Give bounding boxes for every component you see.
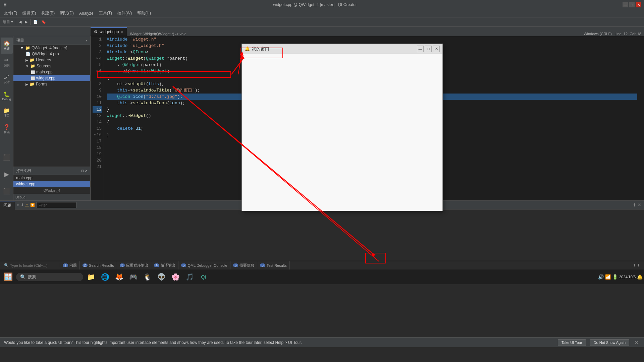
tree-widget-cpp[interactable]: ⬜ widget.cpp	[13, 75, 90, 81]
forms-folder-icon: 📁	[30, 82, 35, 86]
issues-toolbar-btn1[interactable]: ⬆	[16, 203, 19, 207]
toolbar-project[interactable]: 项目 ▾	[1, 18, 14, 26]
btab-app-output[interactable]: 3 应用程序输出	[117, 261, 152, 270]
take-ui-tour-button[interactable]: Take UI Tour	[558, 339, 586, 346]
btab-qml[interactable]: 5 QML Debugger Console	[178, 261, 230, 270]
issues-filter-btn[interactable]: 🔽	[30, 203, 35, 207]
left-sidebar: 🏠 欢迎 ✏ 编辑 🖋 设计 🐛 Debug 📁 项目 ❓ 帮助 ⬛ ▶ ⬛	[0, 36, 13, 200]
do-not-show-again-button[interactable]: Do Not Show Again	[590, 339, 629, 346]
sidebar-debug[interactable]: 🐛 Debug	[1, 88, 13, 104]
taskbar-alien-icon[interactable]: 👽	[155, 270, 168, 283]
taskbar-firefox-icon[interactable]: 🦊	[113, 270, 125, 283]
sidebar-design[interactable]: 🖋 设计	[1, 71, 13, 87]
btab-issues[interactable]: 1 问题	[60, 261, 80, 270]
locate-input[interactable]	[10, 263, 57, 267]
toolbar-separator-1	[16, 19, 16, 25]
taskbar-qq-icon[interactable]: 🐧	[141, 270, 154, 283]
taskbar-browser-icon[interactable]: 🌐	[99, 270, 111, 283]
sources-label: Sources	[37, 64, 51, 68]
headers-folder-icon: 📁	[30, 58, 35, 62]
sidebar-project[interactable]: 📁 项目	[1, 105, 13, 121]
popup-close-btn[interactable]: ✕	[433, 46, 440, 52]
main-toolbar: 项目 ▾ ◀ ▶ 📄 🔖	[0, 17, 644, 27]
toolbar-open-file[interactable]: 📄	[32, 18, 39, 26]
sidebar-bottom-icon2[interactable]: ▶	[1, 166, 13, 182]
tree-expand-icon: ▼	[20, 46, 24, 50]
sidebar-welcome[interactable]: 🏠 欢迎	[1, 38, 13, 54]
headers-label: Headers	[36, 58, 51, 62]
tree-headers-folder[interactable]: ▶ 📁 Headers	[13, 57, 90, 63]
taskbar-files-icon[interactable]: 📁	[85, 270, 97, 283]
popup-maximize-btn[interactable]: □	[425, 46, 432, 52]
taskbar-music-icon[interactable]: 🎵	[183, 270, 196, 283]
notification-close-icon[interactable]: ✕	[633, 340, 640, 345]
pro-file-label: QWidget_4.pro	[32, 52, 59, 56]
tab-close-icon[interactable]: ✕	[121, 30, 123, 34]
toolbar-nav-back[interactable]: ◀	[17, 18, 23, 26]
menu-debug[interactable]: 调试(D)	[57, 9, 76, 17]
notification-text: Would you like to take a quick UI tour? …	[4, 340, 554, 345]
taskbar-flower-icon[interactable]: 🌸	[169, 270, 182, 283]
bottom-panel-handle: QWidget_4	[43, 189, 60, 192]
tree-pro-file[interactable]: 📄 QWidget_4.pro	[13, 51, 90, 57]
popup-icon: 🔔	[245, 46, 250, 51]
tree-sources-folder[interactable]: ▼ 📁 Sources	[13, 63, 90, 69]
panel-toggle-btn[interactable]: ⬆ ⬇	[630, 263, 643, 267]
close-button[interactable]: ✕	[636, 2, 641, 7]
btab-summary[interactable]: 6 概要信息	[230, 261, 258, 270]
popup-minimize-btn[interactable]: —	[417, 46, 424, 52]
sidebar-bottom-icon3[interactable]: ⬛	[1, 183, 13, 199]
taskbar-game-icon[interactable]: 🎮	[127, 270, 140, 283]
issues-toolbar-btn2[interactable]: ⬇	[21, 203, 24, 207]
tab-widget-cpp[interactable]: ⚙ widget.cpp ✕	[91, 27, 127, 36]
debug-label: Debug	[15, 195, 25, 199]
design-icon: 🖋	[4, 74, 9, 80]
tree-main-cpp[interactable]: ⬜ main.cpp	[13, 69, 90, 75]
tree-forms-folder[interactable]: ▶ 📁 Forms	[13, 81, 90, 87]
toolbar-nav-forward[interactable]: ▶	[23, 18, 29, 26]
bottom-panel-maximize[interactable]: ⬆	[633, 202, 636, 207]
btab-compile[interactable]: 4 编译输出	[151, 261, 178, 270]
locate-bar[interactable]: 🔍	[1, 263, 60, 267]
toolbar-bookmark[interactable]: 🔖	[40, 18, 47, 26]
start-button[interactable]: 🪟	[1, 270, 15, 284]
menu-help[interactable]: 帮助(H)	[135, 9, 154, 17]
menu-tools[interactable]: 工具(T)	[96, 9, 115, 17]
maximize-button[interactable]: □	[629, 2, 635, 7]
sidebar-edit[interactable]: ✏ 编辑	[1, 54, 13, 70]
bottom-panel-close[interactable]: ✕	[638, 202, 641, 207]
menu-file[interactable]: 文件(F)	[1, 9, 20, 17]
menu-controls[interactable]: 控件(W)	[115, 9, 135, 17]
menu-build[interactable]: 构建(B)	[39, 9, 57, 17]
main-cpp-label: main.cpp	[36, 70, 53, 74]
tree-root[interactable]: ▼ 📁 QWidget_4 [master]	[13, 45, 90, 51]
menu-analyze[interactable]: Analyze	[76, 9, 96, 17]
encoding-info: Windows (CRLF)	[584, 32, 612, 36]
issues-filter-input[interactable]	[36, 202, 76, 208]
btab-issues-label: 问题	[69, 263, 77, 268]
forms-expand-icon: ▶	[25, 82, 28, 86]
taskbar-search[interactable]: 🔍 搜索	[16, 273, 83, 281]
taskbar-notification-btn[interactable]: 🔔	[637, 274, 643, 280]
bottom-tab-issues[interactable]: 问题	[0, 201, 15, 209]
btab-search[interactable]: 2 Search Results	[80, 261, 117, 270]
btab-test[interactable]: 8 Test Results	[257, 261, 289, 270]
btab-app-output-label: 应用程序输出	[126, 263, 148, 268]
menu-edit[interactable]: 编辑(E)	[20, 9, 39, 17]
minimize-button[interactable]: —	[623, 2, 628, 7]
sidebar-debug-label: Debug	[2, 98, 11, 101]
app-output-badge: 3	[120, 263, 125, 267]
sidebar-bottom-icon1[interactable]: ⬛	[1, 149, 13, 166]
editor-scrollbar[interactable]	[640, 36, 644, 200]
issues-badge: 1	[63, 263, 68, 267]
taskbar-ide-icon[interactable]: Qt	[197, 270, 210, 283]
bottom-panel-content	[0, 209, 644, 261]
debug-icon: 🐛	[3, 91, 10, 98]
project-label: 项目	[16, 38, 24, 43]
open-file-widget-cpp[interactable]: widget.cpp	[13, 181, 90, 187]
sidebar-design-label: 设计	[4, 80, 10, 84]
issues-warning-icon[interactable]: ⚠	[25, 203, 29, 207]
taskbar-right-area: 🔊 📶 🔋 2024/10/5 🔔	[598, 274, 643, 280]
open-file-main-cpp[interactable]: main.cpp	[13, 175, 90, 181]
sidebar-help[interactable]: ❓ 帮助	[1, 121, 13, 137]
